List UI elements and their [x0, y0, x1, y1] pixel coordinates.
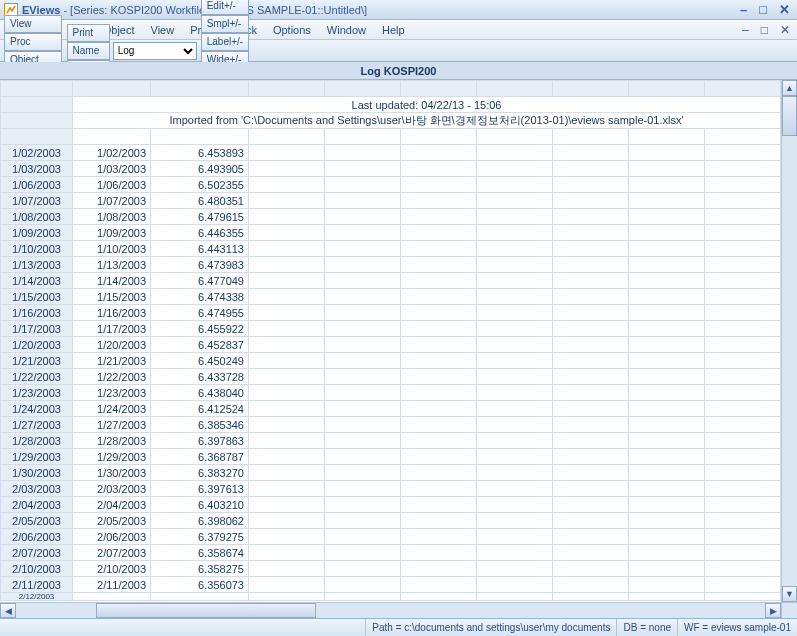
- menu-help[interactable]: Help: [374, 22, 413, 38]
- cell-date[interactable]: 1/17/2003: [73, 321, 151, 337]
- cell-value[interactable]: 6.385346: [151, 417, 249, 433]
- cell-value[interactable]: 6.473983: [151, 257, 249, 273]
- menu-view[interactable]: View: [143, 22, 183, 38]
- cell-value[interactable]: 6.403210: [151, 497, 249, 513]
- child-maximize-button[interactable]: □: [758, 23, 771, 37]
- cell-value[interactable]: 6.433728: [151, 369, 249, 385]
- cell-value[interactable]: 6.455922: [151, 321, 249, 337]
- cell-date[interactable]: 1/13/2003: [73, 257, 151, 273]
- cell-date[interactable]: 1/02/2003: [73, 145, 151, 161]
- cell-date[interactable]: 2/10/2003: [73, 561, 151, 577]
- row-header[interactable]: 1/23/2003: [1, 385, 73, 401]
- cell-value[interactable]: 6.398062: [151, 513, 249, 529]
- row-header[interactable]: 2/07/2003: [1, 545, 73, 561]
- cell-date[interactable]: 1/16/2003: [73, 305, 151, 321]
- row-header[interactable]: 1/03/2003: [1, 161, 73, 177]
- row-header[interactable]: 1/29/2003: [1, 449, 73, 465]
- cell-date[interactable]: 1/27/2003: [73, 417, 151, 433]
- toolbar-name[interactable]: Name: [67, 42, 110, 60]
- cell-value[interactable]: 6.493905: [151, 161, 249, 177]
- row-header[interactable]: 1/21/2003: [1, 353, 73, 369]
- row-header[interactable]: 1/07/2003: [1, 193, 73, 209]
- row-header[interactable]: 1/30/2003: [1, 465, 73, 481]
- row-header[interactable]: 2/06/2003: [1, 529, 73, 545]
- row-header[interactable]: 2/11/2003: [1, 577, 73, 593]
- scroll-left-icon[interactable]: ◀: [0, 603, 16, 618]
- row-header[interactable]: 2/04/2003: [1, 497, 73, 513]
- cell-date[interactable]: 1/14/2003: [73, 273, 151, 289]
- menu-window[interactable]: Window: [319, 22, 374, 38]
- toolbar-edit-[interactable]: Edit+/-: [201, 0, 249, 15]
- cell-value[interactable]: 6.438040: [151, 385, 249, 401]
- cell-date[interactable]: 1/15/2003: [73, 289, 151, 305]
- cell-value[interactable]: 6.446355: [151, 225, 249, 241]
- cell-date[interactable]: 2/11/2003: [73, 577, 151, 593]
- cell-date[interactable]: 2/03/2003: [73, 481, 151, 497]
- cell-value[interactable]: 6.412524: [151, 401, 249, 417]
- cell-value[interactable]: 6.477049: [151, 273, 249, 289]
- cell-value[interactable]: 6.443113: [151, 241, 249, 257]
- cell-value[interactable]: 6.452837: [151, 337, 249, 353]
- cell-date[interactable]: 2/04/2003: [73, 497, 151, 513]
- cell-value[interactable]: 6.453893: [151, 145, 249, 161]
- cell-date[interactable]: 1/30/2003: [73, 465, 151, 481]
- toolbar-smpl-[interactable]: Smpl+/-: [201, 15, 249, 33]
- cell-date[interactable]: 1/09/2003: [73, 225, 151, 241]
- cell-date[interactable]: 1/20/2003: [73, 337, 151, 353]
- cell-value[interactable]: 6.397863: [151, 433, 249, 449]
- cell-date[interactable]: 1/03/2003: [73, 161, 151, 177]
- row-header[interactable]: 1/16/2003: [1, 305, 73, 321]
- scroll-down-icon[interactable]: ▼: [782, 586, 797, 602]
- cell-value[interactable]: 6.358674: [151, 545, 249, 561]
- cell-date[interactable]: 1/06/2003: [73, 177, 151, 193]
- row-header[interactable]: 1/17/2003: [1, 321, 73, 337]
- row-header[interactable]: 2/05/2003: [1, 513, 73, 529]
- minimize-button[interactable]: –: [737, 3, 750, 16]
- scroll-right-icon[interactable]: ▶: [765, 603, 781, 618]
- cell-value[interactable]: 6.397613: [151, 481, 249, 497]
- row-header[interactable]: 1/15/2003: [1, 289, 73, 305]
- row-header[interactable]: 1/28/2003: [1, 433, 73, 449]
- row-header[interactable]: 1/20/2003: [1, 337, 73, 353]
- toolbar-view[interactable]: View: [4, 15, 62, 33]
- row-header[interactable]: 1/09/2003: [1, 225, 73, 241]
- cell-date[interactable]: 1/22/2003: [73, 369, 151, 385]
- row-header[interactable]: 2/10/2003: [1, 561, 73, 577]
- row-header[interactable]: 1/02/2003: [1, 145, 73, 161]
- cell-date[interactable]: 2/06/2003: [73, 529, 151, 545]
- cell-date[interactable]: 1/24/2003: [73, 401, 151, 417]
- row-header[interactable]: 2/12/2003: [1, 593, 73, 601]
- cell-date[interactable]: 2/07/2003: [73, 545, 151, 561]
- cell-value[interactable]: 6.479615: [151, 209, 249, 225]
- cell-value[interactable]: 6.502355: [151, 177, 249, 193]
- data-grid[interactable]: Last updated: 04/22/13 - 15:06 Imported …: [0, 80, 797, 602]
- scroll-up-icon[interactable]: ▲: [782, 80, 797, 96]
- horizontal-scrollbar[interactable]: ◀ ▶: [0, 602, 781, 618]
- cell-value[interactable]: 6.358275: [151, 561, 249, 577]
- child-minimize-button[interactable]: –: [739, 23, 752, 37]
- row-header[interactable]: 1/27/2003: [1, 417, 73, 433]
- row-header[interactable]: 1/10/2003: [1, 241, 73, 257]
- row-header[interactable]: 2/03/2003: [1, 481, 73, 497]
- cell-value[interactable]: 6.450249: [151, 353, 249, 369]
- child-close-button[interactable]: ✕: [777, 23, 793, 37]
- row-header[interactable]: 1/06/2003: [1, 177, 73, 193]
- hscroll-thumb[interactable]: [96, 603, 316, 618]
- row-header[interactable]: 1/13/2003: [1, 257, 73, 273]
- cell-date[interactable]: 1/23/2003: [73, 385, 151, 401]
- cell-date[interactable]: 1/08/2003: [73, 209, 151, 225]
- vertical-scrollbar[interactable]: ▲ ▼: [781, 80, 797, 602]
- cell-date[interactable]: 2/05/2003: [73, 513, 151, 529]
- cell-date[interactable]: 1/29/2003: [73, 449, 151, 465]
- maximize-button[interactable]: □: [756, 3, 770, 16]
- cell-value[interactable]: 6.480351: [151, 193, 249, 209]
- row-header[interactable]: 1/14/2003: [1, 273, 73, 289]
- transform-select[interactable]: Log: [113, 42, 197, 60]
- cell-value[interactable]: 6.383270: [151, 465, 249, 481]
- toolbar-proc[interactable]: Proc: [4, 33, 62, 51]
- row-header[interactable]: 1/22/2003: [1, 369, 73, 385]
- cell-date[interactable]: 1/28/2003: [73, 433, 151, 449]
- scroll-thumb[interactable]: [782, 96, 797, 136]
- cell-value[interactable]: 6.368787: [151, 449, 249, 465]
- cell-value[interactable]: 6.379275: [151, 529, 249, 545]
